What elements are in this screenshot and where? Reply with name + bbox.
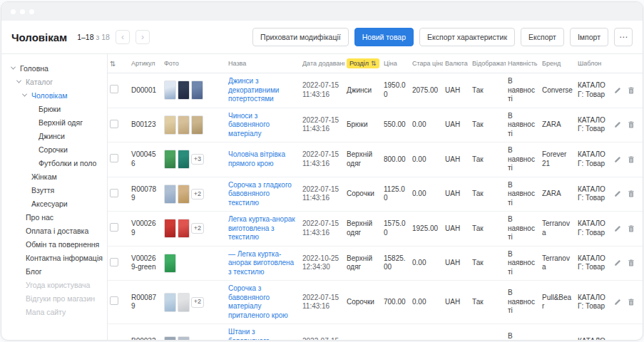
product-name-link[interactable]: Сорочка з бавовняного матеріалу притален…	[228, 284, 288, 319]
product-photo-thumb[interactable]	[178, 115, 190, 135]
window-control-dot[interactable]	[11, 9, 16, 14]
row-checkbox[interactable]	[110, 296, 118, 305]
product-photo-thumb[interactable]	[178, 81, 190, 100]
prev-page-button[interactable]: ‹	[116, 30, 130, 44]
row-checkbox[interactable]	[110, 85, 118, 93]
column-header-price[interactable]: Ціна	[382, 54, 410, 73]
sidebar-item[interactable]: Брюки	[11, 102, 107, 115]
sidebar-item[interactable]: Контактна інформація	[11, 251, 107, 264]
sidebar-item[interactable]: Головна	[11, 61, 107, 75]
product-name-link[interactable]: Чоловіча вітрівка прямого крою	[228, 150, 285, 167]
window-control-dot[interactable]	[29, 9, 34, 14]
sidebar-item[interactable]: Блог	[11, 264, 107, 278]
more-photos-badge[interactable]: +2	[191, 297, 204, 308]
chevron-down-icon[interactable]	[11, 66, 20, 70]
product-photo-thumb[interactable]	[178, 293, 190, 312]
date-added: 2022-07-15	[302, 219, 342, 229]
product-photo-thumb[interactable]	[191, 81, 203, 100]
product-name-link[interactable]: — Легка куртка-анорак виготовлена з текс…	[228, 250, 294, 276]
window-control-dot[interactable]	[20, 9, 25, 14]
sidebar-item[interactable]: Мапа сайту	[11, 305, 107, 318]
sidebar-item[interactable]: Оплата і доставка	[11, 224, 107, 237]
column-header-template[interactable]: Шаблон	[576, 54, 611, 73]
product-photo-thumb[interactable]	[164, 81, 176, 100]
product-photo-thumb[interactable]	[164, 254, 176, 273]
more-photos-badge[interactable]: +2	[191, 189, 204, 200]
edit-icon[interactable]	[613, 155, 622, 165]
edit-icon[interactable]	[613, 190, 622, 199]
delete-icon[interactable]	[627, 259, 635, 268]
edit-icon[interactable]	[613, 259, 622, 268]
edit-icon[interactable]	[613, 224, 622, 234]
sidebar-item[interactable]: Аксесуари	[11, 197, 107, 210]
column-header-availability[interactable]: Наявність	[506, 54, 540, 73]
product-photo-thumb[interactable]	[178, 219, 190, 238]
sidebar-item[interactable]: Взуття	[11, 183, 107, 197]
export-button[interactable]: Експорт	[521, 28, 564, 46]
sidebar-item[interactable]: Чоловікам	[11, 88, 107, 102]
row-checkbox[interactable]	[110, 223, 118, 232]
sidebar-item[interactable]: Футболки и поло	[11, 156, 107, 170]
product-name-link[interactable]: Легка куртка-анорак виготовлена з тексти…	[228, 215, 295, 241]
delete-icon[interactable]	[627, 155, 635, 165]
product-name-link[interactable]: Сорочка з гладкого бавовняного текстилю	[228, 181, 292, 207]
product-name-link[interactable]: Джинси з декоративними потертостями	[228, 77, 279, 103]
sidebar-item[interactable]: Угода користувача	[11, 278, 107, 291]
sort-rows-icon[interactable]: ⇅	[110, 60, 116, 68]
export-characteristics-button[interactable]: Експорт характеристик	[419, 28, 515, 46]
import-button[interactable]: Імпорт	[570, 28, 608, 46]
more-photos-badge[interactable]: +3	[191, 154, 204, 165]
column-header-photo[interactable]: Фото	[162, 54, 226, 73]
date-added: 2022-07-15	[302, 150, 342, 160]
product-photo-thumb[interactable]	[164, 293, 176, 312]
more-actions-button[interactable]: ⋯	[614, 28, 633, 46]
product-photo-thumb[interactable]	[164, 336, 176, 341]
delete-icon[interactable]	[627, 190, 635, 199]
sidebar-item-label: Мапа сайту	[26, 308, 66, 316]
sidebar-item[interactable]: Про нас	[11, 210, 107, 224]
delete-icon[interactable]	[627, 298, 635, 307]
product-photo-thumb[interactable]	[178, 150, 190, 169]
column-header-currency[interactable]: Валюта	[443, 54, 470, 73]
product-photo-thumb[interactable]	[164, 150, 176, 169]
sidebar-item[interactable]: Обмін та повернення	[11, 237, 107, 251]
product-sku: V000456	[131, 150, 155, 167]
column-header-display[interactable]: Відображати	[470, 54, 506, 73]
edit-icon[interactable]	[613, 120, 622, 130]
column-header-date[interactable]: Дата додавання	[300, 54, 344, 73]
sidebar-item[interactable]: Каталог	[11, 75, 107, 88]
sidebar-item[interactable]: Верхній одяг	[11, 115, 107, 129]
sidebar-item[interactable]: Джинси	[11, 129, 107, 142]
column-header-sku[interactable]: Артикул	[129, 54, 162, 73]
new-product-button[interactable]: Новий товар	[354, 28, 414, 46]
row-checkbox[interactable]	[110, 120, 118, 128]
product-photo-thumb[interactable]	[178, 185, 190, 204]
delete-icon[interactable]	[627, 120, 635, 130]
hide-modifications-button[interactable]: Приховати модифікації	[252, 28, 349, 46]
product-name-link[interactable]: Чиноси з бавовняного матеріалу	[228, 112, 270, 138]
sidebar-item[interactable]: Сорочки	[11, 142, 107, 156]
delete-icon[interactable]	[627, 86, 635, 95]
chevron-down-icon[interactable]	[23, 93, 31, 97]
sidebar-item[interactable]: Відгуки про магазин	[11, 291, 107, 305]
product-photo-thumb[interactable]	[178, 336, 190, 341]
column-header-brand[interactable]: Бренд	[540, 54, 576, 73]
product-photo-thumb[interactable]	[191, 115, 203, 135]
column-header-name[interactable]: Назва	[226, 54, 300, 73]
row-checkbox[interactable]	[110, 154, 118, 162]
delete-icon[interactable]	[627, 224, 635, 234]
row-checkbox[interactable]	[110, 189, 118, 197]
row-checkbox[interactable]	[110, 258, 118, 266]
more-photos-badge[interactable]: +2	[191, 223, 204, 234]
chevron-down-icon[interactable]	[17, 80, 26, 83]
product-name-link[interactable]: Штани з бавовняного матеріалу прямого кр…	[228, 328, 290, 340]
edit-icon[interactable]	[613, 298, 622, 307]
next-page-button[interactable]: ›	[136, 30, 150, 44]
product-photo-thumb[interactable]	[164, 185, 176, 204]
column-header-old-price[interactable]: Стара ціна	[410, 54, 443, 73]
product-photo-thumb[interactable]	[164, 219, 176, 238]
column-header-section-sorted[interactable]: Розділ ⇅	[347, 58, 379, 68]
edit-icon[interactable]	[613, 86, 622, 95]
sidebar-item[interactable]: Жінкам	[11, 170, 107, 183]
product-photo-thumb[interactable]	[164, 115, 176, 135]
